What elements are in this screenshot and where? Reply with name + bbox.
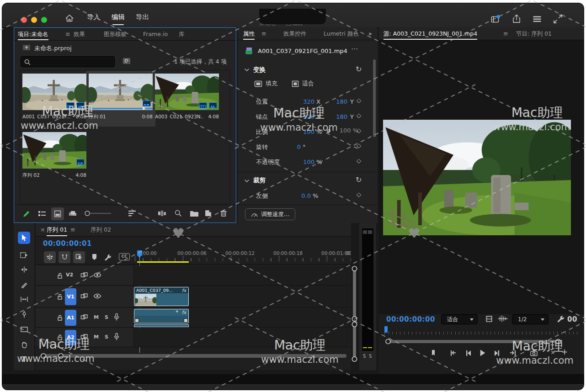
keyframe-toggle-icon[interactable]: ◇ <box>357 142 361 149</box>
project-item-a001[interactable]: A001_C037_0921F... 0:08 <box>22 74 89 119</box>
tab-effect-controls[interactable]: 效果控件 <box>283 27 306 40</box>
tab-effects[interactable]: 效果 <box>74 28 85 41</box>
tab-lumetri-color[interactable]: Lumetri 颜色 <box>324 27 359 40</box>
track-visibility-eye-icon[interactable] <box>93 272 101 278</box>
track-target-a1[interactable]: A1 <box>65 310 76 326</box>
position-x-value[interactable]: 320 <box>288 97 314 106</box>
project-item-a003[interactable]: A003_C021_0923N... 4:08 <box>155 74 222 119</box>
go-to-out-icon[interactable] <box>509 350 517 357</box>
meter-solo-right[interactable]: S <box>369 354 372 359</box>
new-bin-icon[interactable] <box>190 210 199 217</box>
captions-cc-icon[interactable]: CC <box>119 253 130 260</box>
meter-solo-left[interactable]: S <box>363 354 366 359</box>
button-editor-plus-icon[interactable]: + <box>561 347 568 356</box>
track-label-v2[interactable]: V2 <box>66 272 73 278</box>
fill-button[interactable]: 填充 <box>254 79 277 88</box>
tab-project[interactable]: 项目:未命名 <box>18 28 48 41</box>
workspace-settings-icon[interactable] <box>532 14 543 24</box>
freeform-view-icon[interactable] <box>68 210 77 217</box>
track-lock-icon[interactable] <box>57 314 63 321</box>
source-playhead[interactable] <box>384 326 388 333</box>
type-tool[interactable]: T <box>18 354 31 366</box>
track-mute-button[interactable]: M <box>94 334 99 340</box>
clip-thumbnail[interactable] <box>22 74 86 110</box>
keyframe-toggle-icon[interactable]: ◇ <box>357 157 361 164</box>
anchor-y-value[interactable]: 180 <box>324 112 347 121</box>
track-sync-icon[interactable] <box>80 293 88 300</box>
rotation-value[interactable]: 0 <box>288 142 301 151</box>
project-item-sequence-02[interactable]: 序列 02 4:08 <box>22 132 89 179</box>
playback-resolution-select[interactable]: 1/2 <box>512 314 549 324</box>
tab-overflow-icon[interactable]: » <box>368 27 372 40</box>
track-lock-icon[interactable] <box>57 334 63 341</box>
track-sync-icon[interactable] <box>80 272 88 279</box>
share-icon[interactable] <box>511 13 522 25</box>
project-item-sequence-01[interactable]: 序列 01 0:08 <box>89 74 155 120</box>
chevron-down-icon[interactable] <box>244 179 250 183</box>
anchor-x-value[interactable]: 320 <box>288 112 314 121</box>
timeline-timecode[interactable]: 00:00:00:01 <box>43 239 92 248</box>
new-item-icon[interactable] <box>204 209 212 217</box>
keyframe-toggle-icon[interactable]: ◇ <box>357 191 361 198</box>
export-frame-icon[interactable] <box>530 349 538 357</box>
find-icon[interactable] <box>174 209 182 217</box>
transform-section-title[interactable]: 变换 <box>253 66 266 74</box>
track-select-forward-tool[interactable] <box>18 249 31 261</box>
menu-export[interactable]: 导出 <box>136 13 149 21</box>
source-time-ruler[interactable] <box>384 327 580 334</box>
monitor-settings-wrench-icon[interactable] <box>556 314 564 323</box>
scrub-playhead[interactable] <box>143 107 144 110</box>
razor-tool[interactable] <box>18 279 31 291</box>
project-up-icon[interactable] <box>22 44 31 51</box>
track-sync-icon[interactable] <box>80 314 88 321</box>
writable-pencil-icon[interactable] <box>22 210 31 218</box>
fit-button[interactable]: 适合 <box>292 79 314 88</box>
breadcrumb[interactable]: 未命名.prproj <box>34 44 72 53</box>
close-traffic-light[interactable] <box>21 17 27 23</box>
adjust-speed-button[interactable]: 调整速度... <box>245 208 295 220</box>
keyframe-toggle-icon[interactable]: ◇ <box>357 127 361 134</box>
zoom-level-select[interactable]: 适合 <box>441 314 478 324</box>
drag-audio-icon[interactable] <box>498 315 508 322</box>
snap-button[interactable] <box>59 251 70 263</box>
linked-selection-button[interactable] <box>73 251 85 263</box>
menu-edit[interactable]: 编辑 <box>112 13 125 21</box>
sequence-thumbnail[interactable] <box>89 74 153 110</box>
hover-scrub-bar[interactable] <box>89 108 143 109</box>
chevron-down-icon[interactable] <box>244 68 250 72</box>
track-mute-button[interactable]: M <box>94 314 99 320</box>
output-settings-icon[interactable] <box>485 315 493 323</box>
track-solo-button[interactable]: S <box>105 314 108 320</box>
play-button-icon[interactable] <box>479 349 486 357</box>
clip-thumbnail[interactable] <box>155 74 219 110</box>
fade-handle[interactable] <box>184 318 188 323</box>
tab-source-monitor[interactable]: 源: A003_C021_0923NJ_001.mp4 <box>384 27 477 40</box>
more-options-icon[interactable]: ⋯ <box>351 45 358 53</box>
selection-tool-active[interactable] <box>18 232 30 244</box>
track-visibility-eye-icon[interactable] <box>93 293 101 299</box>
scale-value[interactable]: 100 <box>288 127 314 136</box>
voiceover-mic-icon[interactable] <box>113 313 120 322</box>
fx-badge[interactable]: fx <box>182 310 186 315</box>
source-timecode[interactable]: 00:00:00:00 <box>386 315 435 323</box>
panel-menu-icon[interactable]: ≡ <box>261 27 266 40</box>
add-marker-icon[interactable] <box>91 253 97 261</box>
nest-insert-button[interactable] <box>44 251 56 263</box>
opacity-value[interactable]: 100 <box>288 157 314 166</box>
sort-icon[interactable] <box>128 210 136 217</box>
stock-search-icon[interactable] <box>122 57 131 65</box>
automate-to-sequence-icon[interactable] <box>158 210 167 217</box>
track-sync-icon[interactable] <box>80 334 88 340</box>
panel-menu-icon[interactable]: ≡ <box>65 28 70 41</box>
track-lock-icon[interactable] <box>57 293 63 300</box>
timeline-vertical-scrollbar[interactable] <box>350 223 358 370</box>
menu-import[interactable]: 导入 <box>87 13 100 21</box>
add-marker-icon[interactable] <box>430 349 437 357</box>
search-field[interactable] <box>33 57 111 66</box>
rectangle-tool[interactable] <box>18 323 31 335</box>
source-scroll-zoom-bar[interactable] <box>384 338 581 345</box>
tab-properties[interactable]: 属性 <box>243 27 255 40</box>
go-to-in-icon[interactable] <box>449 350 457 357</box>
keyframe-toggle-icon[interactable]: ◇ <box>357 97 361 104</box>
tab-sequence-01[interactable]: 序列 01 <box>47 223 67 237</box>
